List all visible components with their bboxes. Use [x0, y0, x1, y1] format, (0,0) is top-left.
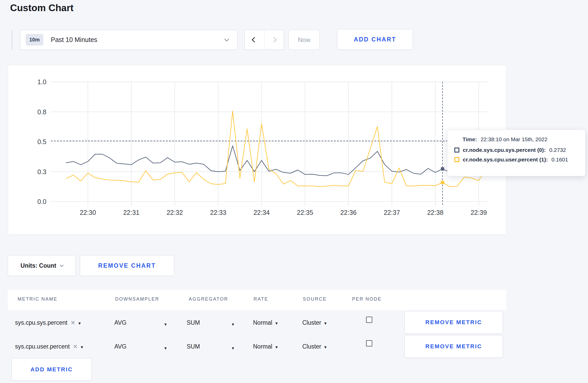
y-axis-tick: 1.0 — [37, 78, 46, 86]
caret-down-icon: ▼ — [275, 321, 278, 325]
toolbar-left-rule — [12, 30, 12, 49]
caret-down-icon[interactable]: ▼ — [229, 344, 235, 351]
tooltip-time-value: 22:38:10 on Mar 15th, 2022 — [481, 136, 548, 142]
x-axis-tick: 22:38 — [427, 209, 444, 216]
col-header-rate: RATE — [254, 296, 268, 302]
x-axis-tick: 22:30 — [80, 209, 96, 216]
caret-down-icon: ▼ — [78, 321, 81, 325]
y-axis-tick: 0.3 — [37, 168, 46, 175]
tooltip-series-row: cr.node.sys.cpu.user.percent (1): 0.1601 — [454, 157, 579, 163]
metric-name-select[interactable]: sys.cpu.sys.percent✕▼ — [15, 319, 81, 326]
x-axis-tick: 22:33 — [210, 209, 226, 216]
caret-down-icon[interactable]: ▼ — [161, 320, 167, 327]
close-icon[interactable]: ✕ — [71, 320, 75, 326]
tooltip-series-value: 0.1601 — [551, 157, 568, 163]
x-axis-tick: 22:32 — [167, 209, 183, 216]
col-header-per-node: PER NODE — [352, 296, 382, 302]
now-button-label: Now — [298, 36, 310, 44]
units-label: Units: Count — [20, 262, 56, 269]
aggregator-select[interactable]: SUM — [187, 343, 200, 350]
caret-down-icon: ▼ — [324, 345, 327, 349]
remove-chart-label: REMOVE CHART — [98, 262, 156, 269]
x-axis-tick: 22:34 — [254, 209, 270, 216]
x-axis-tick: 22:35 — [297, 209, 313, 216]
sys-series-swatch-icon — [454, 147, 459, 153]
y-axis-tick: 0.0 — [37, 198, 46, 205]
downsampler-select[interactable]: AVG — [114, 319, 127, 326]
tooltip-time-label: Time: — [463, 136, 477, 142]
x-axis-tick: 22:39 — [471, 209, 487, 216]
time-range-badge: 10m — [26, 34, 43, 46]
time-nav-group — [244, 30, 284, 50]
caret-down-icon[interactable]: ▼ — [229, 320, 235, 327]
y-axis-tick: 0.5 — [37, 138, 46, 145]
add-metric-button[interactable]: ADD METRIC — [11, 358, 92, 381]
custom-chart-page: Custom Chart 10m Past 10 Minutes Now ADD… — [0, 0, 588, 383]
caret-down-icon: ▼ — [275, 345, 278, 349]
remove-chart-button[interactable]: REMOVE CHART — [80, 255, 174, 276]
user-series-line — [66, 111, 486, 187]
chevron-down-icon — [224, 37, 229, 41]
source-select[interactable]: Cluster▼ — [302, 343, 327, 350]
chevron-left-icon — [252, 37, 257, 42]
rate-select[interactable]: Normal▼ — [253, 343, 278, 350]
user-series-swatch-icon — [454, 157, 459, 162]
now-button[interactable]: Now — [289, 30, 320, 50]
prev-time-button[interactable] — [245, 30, 264, 49]
tooltip-series-label: cr.node.sys.cpu.user.percent (1): — [463, 157, 548, 163]
chart-card: 0.00.30.50.81.022:3022:3122:3222:3322:34… — [8, 65, 506, 235]
caret-down-icon[interactable]: ▼ — [161, 344, 167, 351]
hover-tooltip: Time:22:38:10 on Mar 15th, 2022 cr.node.… — [447, 130, 585, 176]
col-header-metric-name: METRIC NAME — [18, 296, 58, 302]
add-chart-button[interactable]: ADD CHART — [337, 29, 413, 50]
downsampler-select[interactable]: AVG — [114, 343, 127, 350]
y-axis-tick: 0.8 — [37, 108, 46, 116]
source-select[interactable]: Cluster▼ — [302, 319, 327, 326]
add-metric-label: ADD METRIC — [30, 366, 73, 373]
x-axis-tick: 22:31 — [123, 209, 139, 216]
units-select[interactable]: Units: Count — [8, 255, 76, 276]
aggregator-select[interactable]: SUM — [187, 319, 200, 326]
add-chart-label: ADD CHART — [354, 36, 396, 43]
x-axis-tick: 22:36 — [340, 209, 357, 216]
col-header-downsampler: DOWNSAMPLER — [115, 296, 159, 302]
tooltip-series-row: cr.node.sys.cpu.sys.percent (0): 0.2732 — [454, 147, 579, 153]
metrics-table-header: METRIC NAME DOWNSAMPLER AGGREGATOR RATE … — [8, 290, 506, 310]
tooltip-series-value: 0.2732 — [549, 147, 566, 153]
remove-metric-button[interactable]: REMOVE METRIC — [404, 335, 503, 358]
tooltip-series-label: cr.node.sys.cpu.sys.percent (0): — [463, 147, 546, 153]
x-axis-tick: 22:37 — [384, 209, 400, 216]
per-node-checkbox[interactable] — [366, 340, 372, 346]
metric-name-select[interactable]: sys.cpu.user.percent✕▼ — [15, 343, 84, 350]
page-title: Custom Chart — [10, 3, 74, 13]
chart-plot[interactable]: 0.00.30.50.81.022:3022:3122:3222:3322:34… — [8, 65, 506, 234]
chevron-right-icon — [271, 37, 277, 42]
caret-down-icon: ▼ — [324, 321, 327, 325]
col-header-aggregator: AGGREGATOR — [189, 296, 228, 302]
time-range-select[interactable]: 10m Past 10 Minutes — [20, 30, 237, 50]
tooltip-time: Time:22:38:10 on Mar 15th, 2022 — [463, 136, 579, 143]
caret-down-icon: ▼ — [80, 345, 84, 349]
sys-series-line — [66, 146, 486, 176]
remove-metric-button[interactable]: REMOVE METRIC — [404, 311, 503, 334]
rate-select[interactable]: Normal▼ — [253, 319, 278, 326]
close-icon[interactable]: ✕ — [73, 343, 78, 350]
col-header-source: SOURCE — [303, 296, 327, 302]
time-range-label: Past 10 Minutes — [51, 36, 97, 44]
next-time-button[interactable] — [264, 30, 284, 49]
per-node-checkbox[interactable] — [366, 317, 372, 323]
chevron-down-icon — [60, 263, 64, 267]
